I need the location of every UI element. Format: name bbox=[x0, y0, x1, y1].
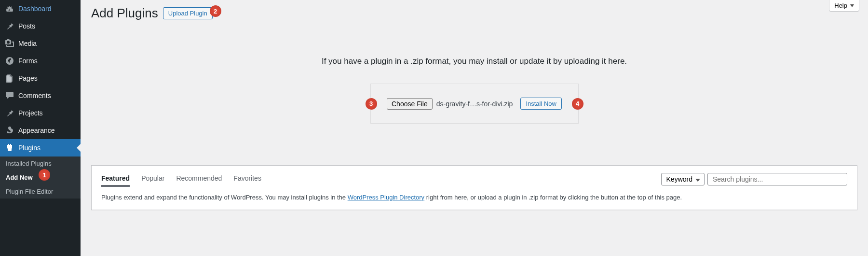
submenu-plugin-file-editor[interactable]: Plugin File Editor bbox=[0, 185, 81, 199]
submenu-add-new[interactable]: Add New 1 bbox=[0, 171, 81, 185]
choose-file-button[interactable]: Choose File bbox=[387, 98, 433, 110]
dashboard-icon bbox=[5, 4, 14, 14]
submenu-installed-plugins[interactable]: Installed Plugins bbox=[0, 156, 81, 171]
badge-2: 2 bbox=[210, 5, 221, 17]
sidebar-item-posts[interactable]: Posts bbox=[0, 17, 81, 35]
sidebar-item-label: Pages bbox=[18, 74, 38, 82]
plug-icon bbox=[5, 143, 14, 153]
sidebar-item-label: Appearance bbox=[18, 127, 55, 134]
sidebar-item-comments[interactable]: Comments bbox=[0, 87, 81, 104]
plugins-submenu: Installed Plugins Add New 1 Plugin File … bbox=[0, 156, 81, 199]
upload-plugin-button[interactable]: Upload Plugin bbox=[163, 7, 213, 19]
page-icon bbox=[5, 73, 14, 83]
sidebar-item-media[interactable]: Media bbox=[0, 35, 81, 52]
plugins-description: Plugins extend and expand the functional… bbox=[101, 194, 847, 201]
sidebar-item-label: Projects bbox=[18, 109, 43, 117]
page-title: Add Plugins bbox=[91, 6, 158, 21]
sidebar-item-dashboard[interactable]: Dashboard bbox=[0, 0, 81, 17]
sidebar-item-label: Plugins bbox=[18, 144, 41, 152]
filter-links: Featured Popular Recommended Favorites bbox=[101, 171, 261, 187]
plugin-directory-link[interactable]: WordPress Plugin Directory bbox=[348, 194, 424, 201]
badge-4: 4 bbox=[572, 98, 583, 110]
upload-dropzone: 3 Choose File ds-gravity-f…s-for-divi.zi… bbox=[370, 84, 579, 124]
sidebar-item-projects[interactable]: Projects bbox=[0, 104, 81, 122]
chevron-down-icon bbox=[850, 4, 854, 7]
page-header: Add Plugins Upload Plugin 2 bbox=[81, 0, 868, 25]
sidebar-item-label: Dashboard bbox=[18, 5, 52, 13]
sidebar-item-forms[interactable]: Forms bbox=[0, 52, 81, 70]
sidebar-item-label: Media bbox=[18, 40, 37, 47]
pin-icon bbox=[5, 108, 14, 118]
tab-favorites[interactable]: Favorites bbox=[233, 171, 261, 187]
plugins-filter-panel: Featured Popular Recommended Favorites K… bbox=[91, 165, 857, 210]
tab-featured[interactable]: Featured bbox=[101, 171, 130, 187]
sidebar-item-plugins[interactable]: Plugins bbox=[0, 139, 81, 156]
install-now-button[interactable]: Install Now bbox=[520, 98, 562, 110]
sidebar-item-label: Comments bbox=[18, 92, 51, 100]
upload-instructions: If you have a plugin in a .zip format, y… bbox=[81, 57, 868, 66]
help-tab[interactable]: Help bbox=[829, 0, 859, 12]
sidebar-item-label: Posts bbox=[18, 22, 35, 30]
sidebar-item-pages[interactable]: Pages bbox=[0, 70, 81, 87]
badge-1: 1 bbox=[39, 169, 50, 181]
selected-file-name: ds-gravity-f…s-for-divi.zip bbox=[436, 100, 513, 108]
comments-icon bbox=[5, 91, 14, 100]
forms-icon bbox=[5, 56, 14, 66]
main-content: Help Add Plugins Upload Plugin 2 If you … bbox=[81, 0, 868, 256]
search-plugins-input[interactable] bbox=[707, 173, 847, 185]
tab-popular[interactable]: Popular bbox=[141, 171, 164, 187]
search-type-select[interactable]: Keyword bbox=[661, 173, 705, 185]
media-icon bbox=[5, 39, 14, 48]
chevron-down-icon bbox=[695, 175, 700, 183]
sidebar-item-appearance[interactable]: Appearance bbox=[0, 122, 81, 139]
pin-icon bbox=[5, 21, 14, 31]
admin-sidebar: Dashboard Posts Media Forms Pages Commen… bbox=[0, 0, 81, 256]
tab-recommended[interactable]: Recommended bbox=[176, 171, 222, 187]
brush-icon bbox=[5, 126, 14, 135]
badge-3: 3 bbox=[366, 98, 377, 110]
sidebar-item-label: Forms bbox=[18, 57, 38, 65]
